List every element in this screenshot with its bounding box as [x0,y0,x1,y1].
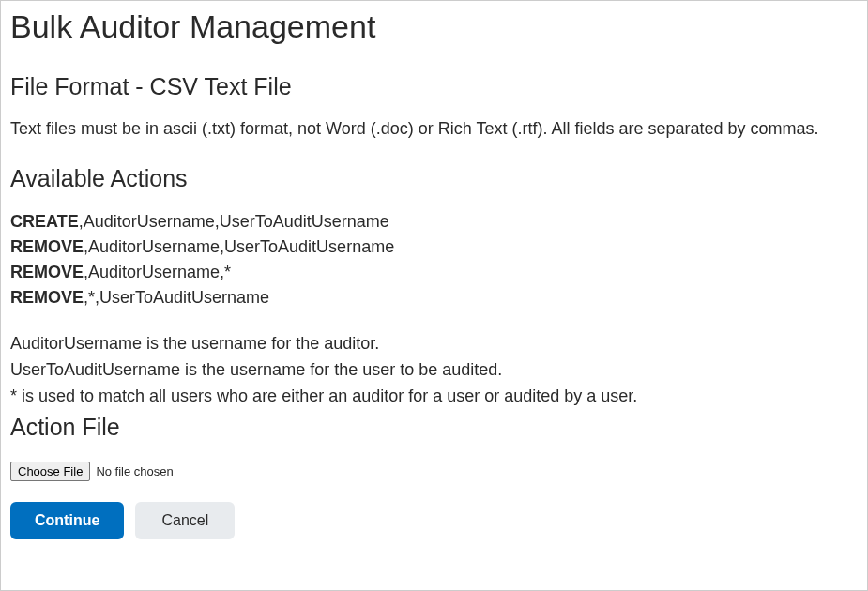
available-actions-heading: Available Actions [10,165,858,192]
button-row: Continue Cancel [10,502,858,539]
cancel-button[interactable]: Cancel [135,502,235,539]
available-actions-explanations: AuditorUsername is the username for the … [10,331,858,410]
page-container: Bulk Auditor Management File Format - CS… [1,1,867,553]
action-row: REMOVE,AuditorUsername,UserToAuditUserna… [10,235,858,260]
explanation-line: * is used to match all users who are eit… [10,384,858,410]
continue-button[interactable]: Continue [10,502,124,539]
action-params: ,*,UserToAuditUsername [84,288,269,307]
explanation-line: UserToAuditUsername is the username for … [10,357,858,384]
available-actions-list: CREATE,AuditorUsername,UserToAuditUserna… [10,209,858,311]
file-format-description: Text files must be in ascii (.txt) forma… [10,117,858,141]
file-format-heading: File Format - CSV Text File [10,73,858,100]
file-chosen-status: No file chosen [96,464,173,478]
page-title: Bulk Auditor Management [10,8,858,45]
choose-file-button[interactable]: Choose File [10,462,90,481]
action-command: REMOVE [10,288,84,307]
action-command: REMOVE [10,263,84,281]
action-row: REMOVE,*,UserToAuditUsername [10,285,858,311]
file-input-row: Choose File No file chosen [10,462,174,481]
action-params: ,AuditorUsername,UserToAuditUsername [84,237,394,256]
action-params: ,AuditorUsername,UserToAuditUsername [79,212,389,231]
action-row: CREATE,AuditorUsername,UserToAuditUserna… [10,209,858,235]
action-row: REMOVE,AuditorUsername,* [10,260,858,285]
action-params: ,AuditorUsername,* [84,263,231,281]
explanation-line: AuditorUsername is the username for the … [10,331,858,357]
action-file-heading: Action File [10,414,858,441]
action-command: CREATE [10,212,79,231]
action-command: REMOVE [10,237,84,256]
